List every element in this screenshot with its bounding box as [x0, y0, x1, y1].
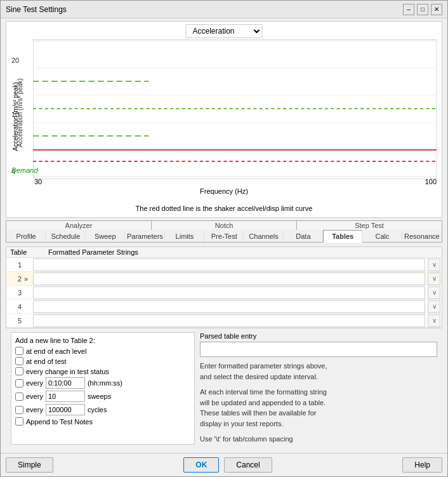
col-strings-label: Formatted Parameter Strings [48, 248, 138, 256]
cb-every-time[interactable] [15, 379, 23, 387]
help-button[interactable]: Help [402, 457, 442, 473]
row-num-2: 2 [6, 275, 24, 283]
table-row: 4 ∨ [6, 300, 442, 314]
add-line-section: Add a new line to Table 2: at end of eac… [11, 332, 195, 445]
cb-end-test-label: at end of test [26, 358, 67, 365]
row-chevron-3[interactable]: ∨ [428, 286, 440, 299]
main-content: Table Formatted Parameter Strings 1 ∨ 2 … [6, 246, 442, 448]
every-sweeps-input[interactable] [46, 391, 85, 402]
x-max-label: 100 [425, 178, 437, 185]
cb-status-change[interactable] [15, 367, 23, 375]
table-section: Table Formatted Parameter Strings 1 ∨ 2 … [6, 246, 442, 328]
chart-main-svg: 30 100 [33, 41, 437, 177]
checkbox-row-level: at end of each level [15, 347, 190, 355]
cb-status-label: every change in test status [26, 368, 109, 375]
tabs-wrapper: Analyzer Notch Step Test Profile Schedul… [6, 220, 442, 243]
tab-channels[interactable]: Channels [244, 230, 283, 242]
x-min-label: 30 [34, 178, 42, 185]
row-num-3: 3 [6, 289, 24, 297]
every-time-input[interactable] [46, 377, 85, 389]
tab-calc[interactable]: Calc [362, 230, 402, 242]
chart-type-dropdown[interactable]: Acceleration Velocity Displacement [186, 24, 263, 38]
cancel-button[interactable]: Cancel [224, 457, 272, 473]
y-label-10: 10 [11, 111, 19, 118]
checkbox-row-every-time: every (hh:mm:ss) [15, 377, 190, 389]
close-button[interactable]: ✕ [431, 4, 442, 15]
tab-tables[interactable]: Tables [323, 230, 362, 243]
cb-every-label-3: every [26, 406, 43, 413]
parsed-section: Parsed table entry Enter formatted param… [200, 332, 437, 445]
checkbox-row-status: every change in test status [15, 367, 190, 375]
row-chevron-4[interactable]: ∨ [428, 300, 440, 313]
cb-every-sweeps[interactable] [15, 393, 23, 401]
tab-resonance[interactable]: Resonance [402, 230, 442, 242]
every-cycles-input[interactable] [46, 404, 85, 415]
col-table-label: Table [10, 248, 48, 256]
footer-bar: Simple OK Cancel Help [1, 453, 447, 476]
cycles-label: cycles [88, 406, 107, 413]
row-num-1: 1 [6, 261, 24, 269]
cb-append[interactable] [15, 417, 23, 426]
tab-sweep[interactable]: Sweep [86, 230, 125, 242]
hhmm-label: (hh:mm:ss) [88, 379, 122, 387]
x-axis-label: Frequency (Hz) [6, 187, 442, 195]
checkbox-row-append: Append to Test Notes [15, 417, 190, 426]
table-row: 5 ∨ [6, 314, 442, 328]
parsed-title: Parsed table entry [200, 332, 437, 340]
sweeps-label: sweeps [88, 393, 111, 400]
cb-every-cycles[interactable] [15, 406, 23, 414]
tab-parameters[interactable]: Parameters [125, 230, 165, 242]
row-num-4: 4 [6, 303, 24, 311]
cb-every-label-2: every [26, 393, 43, 400]
tab-schedule[interactable]: Schedule [46, 230, 85, 242]
ok-button[interactable]: OK [183, 457, 219, 473]
bottom-section: Add a new line to Table 2: at end of eac… [11, 332, 437, 445]
window-controls: – □ ✕ [403, 4, 442, 15]
row-input-2[interactable] [33, 272, 425, 285]
tab-pretest[interactable]: Pre-Test [204, 230, 244, 242]
row-chevron-2[interactable]: ∨ [428, 272, 440, 285]
parsed-desc-3: Use '\t' for tab/column spacing [200, 434, 437, 445]
cb-end-level-label: at end of each level [26, 347, 86, 355]
row-input-5[interactable] [33, 314, 425, 327]
parsed-input[interactable] [200, 342, 437, 357]
simple-button[interactable]: Simple [6, 457, 53, 473]
cb-end-level[interactable] [15, 347, 23, 355]
add-line-title: Add a new line to Table 2: [15, 337, 190, 344]
section-header-notch: Notch [152, 221, 297, 230]
maximize-button[interactable]: □ [417, 4, 428, 15]
table-row: 2 » ∨ [6, 272, 442, 286]
tab-limits[interactable]: Limits [165, 230, 204, 242]
tabs-row: Profile Schedule Sweep Parameters Limits… [6, 230, 442, 243]
tab-data[interactable]: Data [284, 230, 323, 242]
parsed-desc-1: Enter formatted parameter strings above,… [200, 361, 437, 382]
section-header-steptest: Step Test [297, 221, 442, 230]
row-chevron-5[interactable]: ∨ [428, 314, 440, 327]
checkbox-row-every-cycles: every cycles [15, 404, 190, 415]
append-label: Append to Test Notes [26, 418, 93, 426]
checkbox-row-test: at end of test [15, 357, 190, 365]
main-window: Sine Test Settings – □ ✕ Acceleration Ve… [0, 0, 448, 477]
row-input-4[interactable] [33, 300, 425, 313]
row-arrow-2: » [24, 275, 33, 283]
table-row: 3 ∨ [6, 286, 442, 300]
row-num-5: 5 [6, 317, 24, 325]
tab-profile[interactable]: Profile [6, 230, 46, 242]
chart-dropdown-wrapper[interactable]: Acceleration Velocity Displacement [186, 24, 263, 38]
minimize-button[interactable]: – [403, 4, 414, 15]
cb-every-label-1: every [26, 379, 43, 387]
row-input-1[interactable] [33, 259, 425, 271]
row-chevron-1[interactable]: ∨ [428, 259, 440, 271]
footer-center: OK Cancel [183, 457, 272, 473]
chart-section: Acceleration Velocity Displacement Accel… [6, 21, 442, 218]
cb-end-test[interactable] [15, 357, 23, 365]
demand-label: Demand [11, 166, 38, 174]
checkbox-row-every-sweeps: every sweeps [15, 391, 190, 402]
y-label-20: 20 [11, 57, 19, 64]
table-row: 1 ∨ [6, 258, 442, 272]
title-bar: Sine Test Settings – □ ✕ [1, 1, 447, 18]
row-input-3[interactable] [33, 286, 425, 299]
parsed-desc-2: At each interval time the formatting str… [200, 387, 437, 429]
table-header: Table Formatted Parameter Strings [6, 247, 442, 258]
chart-subtitle: The red dotted line is the shaker accel/… [6, 205, 442, 212]
